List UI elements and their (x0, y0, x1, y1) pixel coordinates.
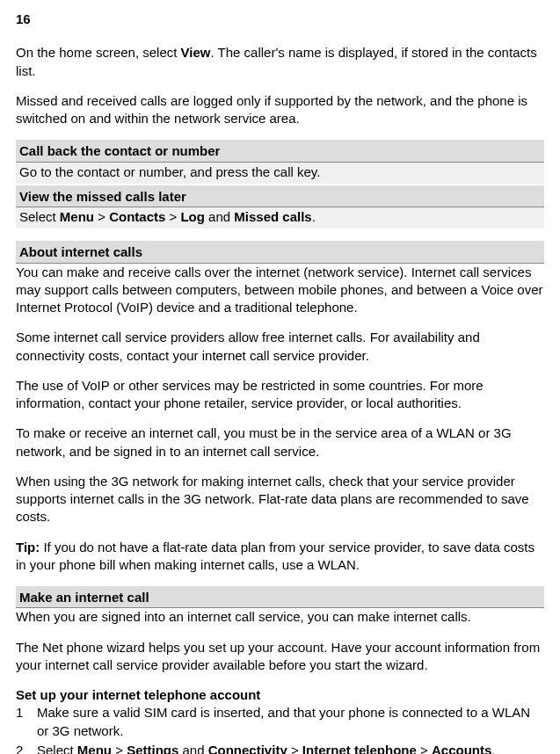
s2-menu: Menu (77, 743, 112, 754)
view-bold: View (181, 45, 211, 60)
vl-missed: Missed calls (234, 209, 311, 224)
s2-pre: Select (37, 743, 77, 754)
about-p4: To make or receive an internet call, you… (16, 424, 544, 460)
setup-header: Set up your internet telephone account (16, 686, 544, 704)
make-call-header: Make an internet call (16, 586, 544, 608)
callback-header: Call back the contact or number (16, 140, 544, 162)
callback-body: Go to the contact or number, and press t… (16, 163, 544, 184)
s2-settings: Settings (127, 743, 178, 754)
about-internet-header: About internet calls (16, 241, 544, 263)
vl-gt1: > (94, 209, 109, 224)
step1-num: 1 (16, 704, 37, 740)
vl-dot: . (312, 209, 316, 224)
missed-note: Missed and received calls are logged onl… (16, 92, 544, 128)
page-number: 16 (16, 11, 544, 28)
step2-text: Select Menu > Settings and Connectivity … (37, 742, 544, 754)
intro-pre: On the home screen, select (16, 45, 181, 60)
tip-label: Tip: (16, 540, 40, 555)
step2-num: 2 (16, 742, 37, 754)
s2-gt3: > (417, 743, 432, 754)
s2-conn: Connectivity (208, 743, 287, 754)
view-later-body: Select Menu > Contacts > Log and Missed … (16, 207, 544, 228)
step1-text: Make sure a valid SIM card is inserted, … (37, 704, 544, 740)
s2-gt1: > (112, 743, 127, 754)
s2-itel: Internet telephone (302, 743, 417, 754)
vl-and: and (205, 209, 234, 224)
about-p1: You can make and receive calls over the … (16, 264, 544, 317)
s2-gt2: > (287, 743, 302, 754)
vl-log: Log (180, 209, 205, 224)
s2-accounts: Accounts (432, 743, 491, 754)
intro-paragraph: On the home screen, select View. The cal… (16, 44, 544, 80)
about-p5: When using the 3G network for making int… (16, 473, 544, 526)
vl-menu: Menu (60, 209, 94, 224)
s2-and: and (178, 743, 207, 754)
about-tip: Tip: If you do not have a flat-rate data… (16, 539, 544, 575)
step-1: 1 Make sure a valid SIM card is inserted… (16, 704, 544, 740)
make-call-p2: The Net phone wizard helps you set up yo… (16, 639, 544, 675)
make-call-p1: When you are signed into an internet cal… (16, 608, 544, 626)
vl-contacts: Contacts (109, 209, 165, 224)
about-p2: Some internet call service providers all… (16, 329, 544, 365)
vl-pre: Select (19, 209, 60, 224)
tip-body: If you do not have a flat-rate data plan… (16, 540, 535, 572)
about-p3: The use of VoIP or other services may be… (16, 377, 544, 413)
view-later-header: View the missed calls later (16, 185, 544, 207)
s2-dot: . (491, 743, 495, 754)
step-2: 2 Select Menu > Settings and Connectivit… (16, 742, 544, 754)
vl-gt2: > (165, 209, 180, 224)
